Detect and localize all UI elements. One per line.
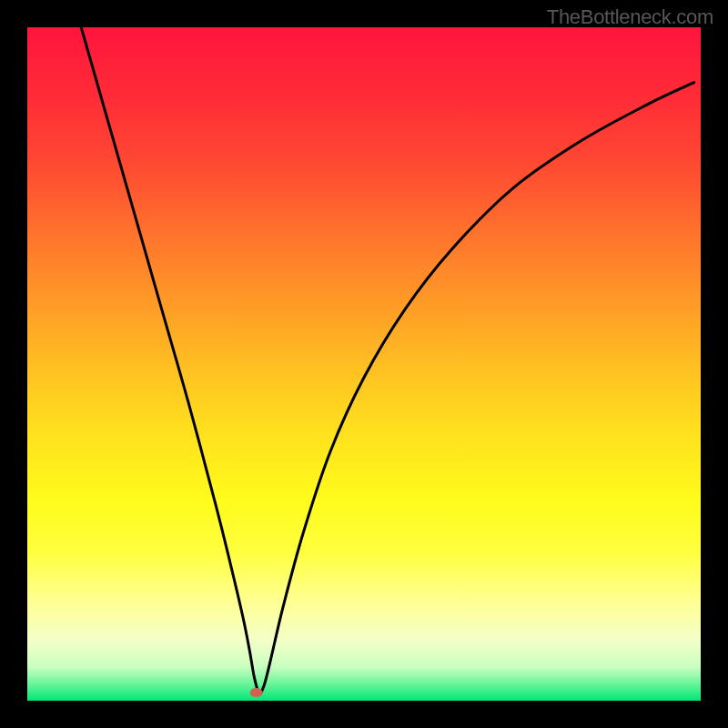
chart-frame <box>27 27 701 701</box>
chart-svg <box>27 27 701 701</box>
watermark-text: TheBottleneck.com <box>547 5 713 29</box>
minimum-marker <box>250 688 263 697</box>
gradient-background <box>27 27 701 701</box>
